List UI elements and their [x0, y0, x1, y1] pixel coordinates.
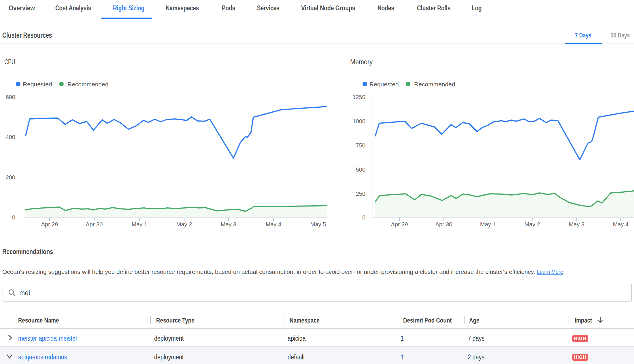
svg-text:Apr 30: Apr 30 [86, 221, 103, 227]
svg-text:May 1: May 1 [132, 221, 147, 227]
svg-text:May 4: May 4 [613, 221, 629, 227]
svg-text:May 1: May 1 [480, 221, 496, 227]
svg-text:600: 600 [6, 94, 15, 100]
svg-text:1250: 1250 [353, 94, 366, 100]
svg-text:0: 0 [12, 214, 15, 221]
svg-text:200: 200 [6, 174, 15, 181]
svg-text:400: 400 [6, 134, 15, 140]
svg-text:1000: 1000 [353, 118, 366, 124]
svg-text:May 2: May 2 [176, 221, 192, 227]
svg-text:May 4: May 4 [266, 221, 281, 227]
svg-text:May 5: May 5 [310, 221, 326, 227]
svg-text:500: 500 [356, 166, 365, 173]
svg-text:May 3: May 3 [569, 221, 584, 227]
svg-text:0: 0 [362, 214, 365, 221]
svg-text:250: 250 [356, 191, 365, 197]
svg-text:Apr 29: Apr 29 [391, 221, 408, 227]
svg-text:May 2: May 2 [524, 221, 540, 227]
svg-text:Apr 30: Apr 30 [435, 221, 452, 227]
svg-text:Apr 29: Apr 29 [41, 221, 58, 227]
svg-text:May 3: May 3 [221, 221, 236, 227]
svg-text:750: 750 [356, 142, 365, 149]
